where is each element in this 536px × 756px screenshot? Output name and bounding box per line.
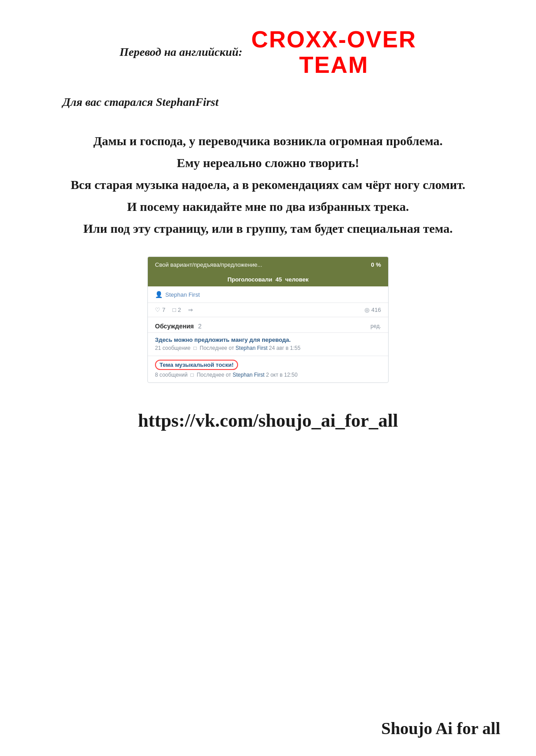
- team-name: CROXX-OVER TEAM: [251, 27, 417, 78]
- vk-url[interactable]: https://vk.com/shoujo_ai_for_all: [138, 410, 398, 431]
- main-text-line3: Вся старая музыка надоела, а в рекоменда…: [36, 175, 500, 195]
- poll-votes-prefix: Проголосовали: [227, 276, 272, 283]
- discussion-link-2[interactable]: Тема музыкальной тоски!: [155, 360, 238, 370]
- views-count: ◎ 416: [364, 307, 381, 313]
- header-section: Перевод на английский: CROXX-OVER TEAM: [36, 27, 500, 78]
- comment-icon: □: [172, 307, 176, 313]
- views-number: 416: [371, 307, 381, 313]
- vk-widget: Свой вариант/предъява/предложение... 0 %…: [147, 256, 389, 383]
- discussion-meta-2: 8 сообщений □ Последнее от Stephan First…: [155, 372, 381, 378]
- like-action[interactable]: ♡ 7: [155, 307, 165, 313]
- share-icon: ⇒: [188, 307, 193, 313]
- poll-option: Свой вариант/предъява/предложение... 0 %: [148, 257, 388, 273]
- discussions-edit[interactable]: ред.: [371, 323, 381, 329]
- poll-option-text: Свой вариант/предъява/предложение...: [155, 261, 262, 268]
- person-icon: 👤: [155, 291, 163, 298]
- url-section: https://vk.com/shoujo_ai_for_all: [36, 410, 500, 431]
- poll-votes-count: 45: [276, 276, 282, 283]
- author-row: 👤 Stephan First: [148, 286, 388, 302]
- poll-votes-suffix: человек: [285, 276, 308, 283]
- main-text-line4: И посему накидайте мне по два избранных …: [36, 197, 500, 217]
- discussion-link-1[interactable]: Здесь можно предложить мангу для перевод…: [155, 336, 381, 343]
- heart-icon: ♡: [155, 307, 160, 313]
- comments-count: 2: [178, 307, 181, 313]
- main-text-line5: Или под эту страницу, или в группу, там …: [36, 219, 500, 239]
- comment-action[interactable]: □ 2: [172, 307, 181, 313]
- actions-row: ♡ 7 □ 2 ⇒ ◎ 416: [148, 302, 388, 317]
- translator-credit: Для вас старался StephanFirst: [63, 96, 500, 109]
- share-action[interactable]: ⇒: [188, 307, 193, 313]
- poll-percent: 0 %: [371, 261, 381, 268]
- author-name[interactable]: Stephan First: [165, 291, 200, 298]
- main-text-line2: Ему нереально сложно творить!: [36, 153, 500, 173]
- page: Перевод на английский: CROXX-OVER TEAM Д…: [0, 0, 536, 756]
- translation-label: Перевод на английский:: [120, 46, 243, 59]
- likes-count: 7: [162, 307, 165, 313]
- discussion-item-1: Здесь можно предложить мангу для перевод…: [148, 332, 388, 356]
- main-text-line1: Дамы и господа, у переводчика возникла о…: [36, 131, 500, 151]
- discussions-title: Обсуждения: [155, 323, 194, 330]
- main-text-block: Дамы и господа, у переводчика возникла о…: [36, 131, 500, 239]
- discussion-item-2: Тема музыкальной тоски! 8 сообщений □ По…: [148, 356, 388, 382]
- poll-votes: Проголосовали 45 человек: [148, 273, 388, 286]
- discussions-header: Обсуждения 2 ред.: [148, 317, 388, 332]
- footer-brand: Shoujo Ai for all: [381, 718, 500, 738]
- discussions-count: 2: [198, 323, 202, 330]
- eye-icon: ◎: [364, 307, 369, 313]
- discussion-meta-1: 21 сообщение □ Последнее от Stephan Firs…: [155, 345, 381, 351]
